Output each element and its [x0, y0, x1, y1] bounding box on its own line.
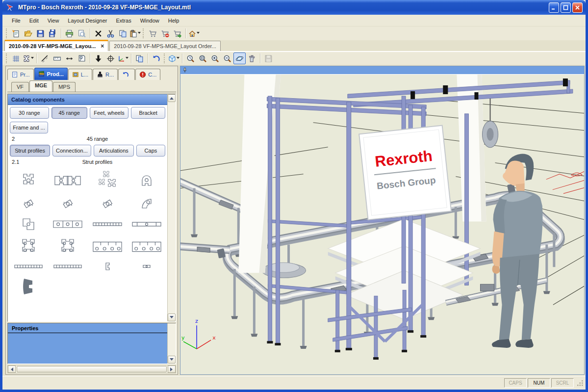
zoom-all-button[interactable]: [197, 52, 209, 64]
print-button[interactable]: [63, 27, 76, 39]
menu-edit[interactable]: Edit: [25, 16, 43, 26]
print-preview-button[interactable]: [76, 27, 88, 39]
panel-tab-conflicts[interactable]: C...: [135, 69, 160, 80]
delete-button[interactable]: [92, 27, 104, 39]
home-dropdown-arrow[interactable]: [197, 32, 200, 35]
axes-dropdown-arrow[interactable]: [126, 57, 128, 60]
copy-component-button[interactable]: [133, 52, 146, 64]
panel-tab-layouts[interactable]: L...: [68, 69, 92, 80]
profile-item-step[interactable]: [9, 217, 48, 232]
profile-item-flat[interactable]: [127, 217, 166, 232]
open-button[interactable]: [22, 27, 34, 39]
subtab-mge[interactable]: MGE: [29, 80, 52, 92]
frame-button[interactable]: Frame and ...: [10, 122, 48, 133]
flag-button[interactable]: [76, 52, 88, 64]
profile-item-triple[interactable]: [48, 217, 87, 232]
toolbar-grip[interactable]: [6, 53, 8, 63]
profile-dropdown-arrow[interactable]: [31, 57, 34, 60]
tab-close-icon[interactable]: ×: [101, 43, 104, 50]
scroll-right-icon[interactable]: [168, 366, 176, 373]
maximize-button[interactable]: [561, 2, 571, 13]
profile-item-strip[interactable]: [48, 262, 87, 271]
cut-button[interactable]: [104, 27, 117, 39]
profile-item-heavy[interactable]: [48, 238, 87, 255]
menu-file[interactable]: File: [7, 16, 25, 26]
document-tab-layout[interactable]: 2010-09-28 VF-MPS-MGE_Layou... ×: [4, 40, 108, 51]
profile-item-clip[interactable]: [88, 262, 127, 271]
profile-item-heavy[interactable]: [9, 238, 48, 255]
range-45-button[interactable]: 45 range: [51, 107, 87, 119]
drop-component-button[interactable]: [92, 52, 104, 64]
snap-point-button[interactable]: [104, 52, 117, 64]
save-button[interactable]: [34, 27, 47, 39]
scene-3d[interactable]: Rexroth Bosch Group: [180, 75, 584, 374]
panel-tab-results[interactable]: R...: [93, 69, 118, 80]
profile-item-angle[interactable]: [9, 197, 48, 210]
scrollbar-thumb[interactable]: [17, 366, 167, 372]
view-cube-button[interactable]: [168, 52, 180, 64]
profile-item-45x45[interactable]: [9, 171, 48, 190]
profile-item-angle[interactable]: [88, 197, 127, 210]
close-button[interactable]: [572, 2, 583, 13]
copy-button[interactable]: [117, 27, 129, 39]
viewport-header[interactable]: [180, 66, 584, 75]
scroll-down-icon[interactable]: [168, 356, 176, 364]
undo-button[interactable]: [150, 52, 162, 64]
profile-select-button[interactable]: [22, 52, 34, 64]
profile-item-multi[interactable]: [88, 217, 127, 232]
profile-item-45x90[interactable]: [48, 171, 87, 190]
properties-scrollbar[interactable]: [167, 323, 176, 364]
orbit-button[interactable]: [233, 52, 246, 64]
menu-extras[interactable]: Extras: [111, 16, 135, 26]
profile-item-strip[interactable]: [9, 262, 48, 271]
panel-horizontal-scrollbar[interactable]: [7, 365, 176, 373]
paste-button[interactable]: [129, 27, 141, 39]
strut-profiles-button[interactable]: Strut profiles: [10, 145, 50, 157]
profile-item-quarter[interactable]: [127, 197, 166, 210]
profile-item-selected-3d[interactable]: [9, 278, 48, 295]
profile-item-corner[interactable]: [88, 171, 127, 190]
dimensions-button[interactable]: [63, 52, 76, 64]
toolbar-grip[interactable]: [143, 28, 145, 38]
profile-item-wide[interactable]: [127, 238, 166, 255]
document-tab-order[interactable]: 2010-09-28 VF-MPS-MGE_Layout Order...: [109, 41, 220, 51]
scroll-up-icon[interactable]: [168, 94, 176, 102]
zoom-window-button[interactable]: [184, 52, 197, 64]
menu-window[interactable]: Window: [136, 16, 164, 26]
toolbar-grip[interactable]: [164, 53, 166, 63]
catalog-scrollbar[interactable]: [167, 94, 176, 321]
caps-button[interactable]: Caps: [136, 145, 165, 157]
scroll-left-icon[interactable]: [8, 366, 16, 373]
profile-item-small[interactable]: [127, 262, 166, 271]
zoom-out-button[interactable]: [221, 52, 233, 64]
panel-tab-products[interactable]: Prod...: [34, 68, 68, 80]
profile-item-angle[interactable]: [48, 197, 87, 210]
toolbar-grip[interactable]: [6, 28, 8, 38]
menu-help[interactable]: Help: [164, 16, 184, 26]
zoom-in-button[interactable]: [209, 52, 221, 64]
subtab-vf[interactable]: VF: [11, 82, 29, 92]
subtab-mps[interactable]: MPS: [53, 82, 76, 92]
measure-button[interactable]: [39, 52, 51, 64]
save-view-button[interactable]: [262, 52, 275, 64]
new-button[interactable]: [10, 27, 22, 39]
feet-wheels-button[interactable]: Feet, wheels: [90, 107, 129, 119]
ruler-button[interactable]: [51, 52, 63, 64]
menu-layout-designer[interactable]: Layout Designer: [63, 16, 111, 26]
connection-button[interactable]: Connection...: [52, 145, 91, 157]
profile-item-wide[interactable]: [88, 238, 127, 255]
profile-item-arch[interactable]: [127, 171, 166, 190]
view-dropdown-arrow[interactable]: [177, 57, 179, 60]
viewport[interactable]: Rexroth Bosch Group: [180, 66, 585, 375]
cart-checkout-button[interactable]: [171, 27, 183, 39]
panel-tab-undo[interactable]: [118, 69, 135, 80]
home-button[interactable]: [188, 27, 200, 39]
rexroth-sign[interactable]: Rexroth Bosch Group: [359, 126, 451, 220]
pin-icon[interactable]: [182, 67, 188, 73]
move-axes-button[interactable]: [117, 52, 129, 64]
panel-tab-project[interactable]: Pr...: [7, 69, 34, 80]
paste-dropdown-arrow[interactable]: [138, 32, 141, 35]
scroll-down-icon[interactable]: [168, 314, 176, 321]
grid-button[interactable]: [10, 52, 22, 64]
title-bar[interactable]: MTpro - Bosch Rexroth - 2010-09-28 VF-MP…: [2, 0, 586, 15]
